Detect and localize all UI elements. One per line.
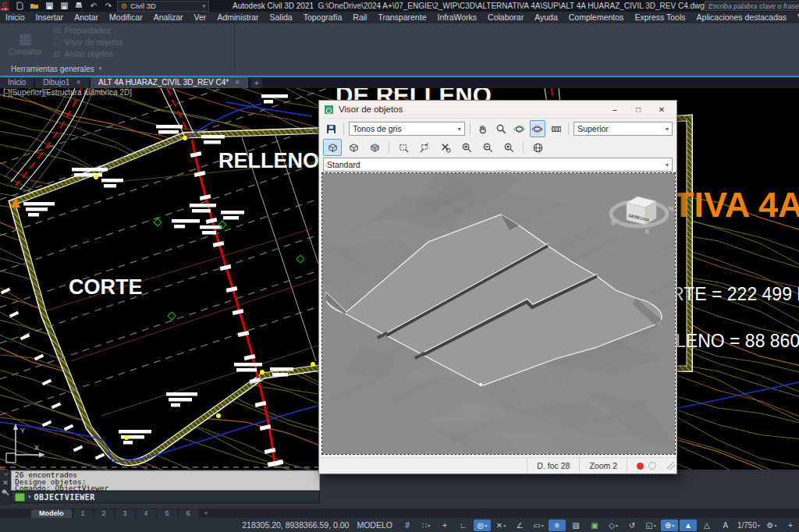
layout-tab-2[interactable]: 2: [94, 509, 114, 518]
isodraft-icon[interactable]: ✕▾: [492, 520, 510, 531]
zoom-extents-button[interactable]: [499, 139, 518, 156]
gizmo-icon[interactable]: ⊕▾: [661, 520, 678, 531]
wireframe-style-button[interactable]: [323, 139, 342, 156]
new-tab-button[interactable]: +: [251, 78, 262, 88]
polar-tracking-icon[interactable]: ◎▾: [474, 520, 491, 531]
chevron-down-icon[interactable]: ▾: [28, 494, 31, 500]
isolate-objects-button[interactable]: ▧ Aislar objetos: [53, 49, 123, 59]
dialog-title-bar[interactable]: Visor de objetos – □ ✕: [319, 101, 676, 119]
undo-icon[interactable]: ↶: [88, 2, 99, 11]
autoscale-icon[interactable]: △: [698, 520, 716, 531]
menu-tab-complementos[interactable]: Complementos: [563, 12, 630, 23]
set-view-button[interactable]: [528, 139, 547, 156]
layout-tab-4[interactable]: 4: [137, 509, 156, 518]
continuous-orbit-button[interactable]: [548, 120, 563, 137]
ortho-icon[interactable]: ∟: [455, 520, 472, 531]
file-tab[interactable]: ALT 4A HUARAZ_CIVIL 3D_REV C4*✕: [91, 76, 248, 88]
panel-footer[interactable]: Herramientas generales ▾: [0, 63, 245, 74]
command-input-row[interactable]: ▾ OBJECTVIEWER: [11, 491, 320, 503]
visual-style-select[interactable]: Tonos de gris▾: [349, 122, 465, 136]
layout-tab-5[interactable]: 5: [158, 509, 177, 518]
view-direction-select[interactable]: Superior▾: [574, 122, 673, 136]
layout-tab-3[interactable]: 3: [115, 509, 135, 518]
3d-osnap-icon[interactable]: ◇▾: [605, 520, 622, 531]
shaded-style-button[interactable]: [365, 139, 384, 156]
close-tab-icon[interactable]: ✕: [76, 79, 81, 86]
pan-button[interactable]: [475, 120, 491, 137]
new-layout-button[interactable]: +: [200, 509, 213, 517]
close-tab-icon[interactable]: ✕: [235, 79, 240, 86]
annotation-icon[interactable]: A: [717, 520, 734, 531]
close-button[interactable]: ✕: [652, 102, 672, 116]
zoom-button[interactable]: [493, 120, 509, 137]
wrench-icon[interactable]: [2, 489, 9, 497]
menu-tab-rail[interactable]: Rail: [347, 12, 372, 23]
file-tab[interactable]: Dibujo1✕: [35, 76, 89, 88]
dynamic-ucs-icon[interactable]: ↺: [623, 520, 641, 531]
close-command-icon[interactable]: ✕: [2, 479, 9, 487]
menu-tab-administrar[interactable]: Administrar: [211, 12, 264, 23]
menu-tab-infraworks[interactable]: InfraWorks: [431, 12, 482, 23]
selection-cycling-icon[interactable]: ▣: [586, 520, 603, 531]
layout-tab-6[interactable]: 6: [179, 509, 198, 518]
properties-button[interactable]: ▤ Propiedades: [53, 26, 123, 35]
menu-tab-vehicle-tracking[interactable]: Vehicle Tracking: [792, 12, 799, 23]
selection-filter-icon[interactable]: ◱▾: [642, 520, 659, 531]
named-style-select[interactable]: Standard▾: [323, 158, 673, 172]
menu-tab-ver[interactable]: Ver: [189, 12, 212, 23]
menu-tab-modificar[interactable]: Modificar: [104, 12, 148, 23]
zoom-dynamic-button[interactable]: [415, 139, 434, 156]
save-icon[interactable]: [44, 2, 55, 11]
record-indicators[interactable]: [627, 458, 666, 473]
menu-tab-insertar[interactable]: Insertar: [30, 12, 69, 23]
hidden-style-button[interactable]: [344, 139, 363, 156]
drag-grip-icon[interactable]: ≣: [4, 471, 7, 477]
search-input[interactable]: [705, 1, 799, 11]
menu-tab-topografía[interactable]: Topografía: [298, 12, 348, 23]
menu-tab-analizar[interactable]: Analizar: [148, 12, 189, 23]
zoom-scale-button[interactable]: [436, 139, 455, 156]
save-as-icon[interactable]: [59, 2, 69, 11]
zoom-in-button[interactable]: [457, 139, 476, 156]
object-snap-icon[interactable]: ▭▾: [530, 520, 547, 531]
object-viewer-button[interactable]: ▢ Visor de objetos: [53, 37, 123, 47]
osnap-tracking-icon[interactable]: ∠: [511, 520, 528, 531]
menu-tab-colaborar[interactable]: Colaborar: [482, 12, 529, 23]
zoom-window-button[interactable]: [394, 139, 413, 156]
dynamic-input-icon[interactable]: +: [436, 520, 453, 531]
file-tab[interactable]: Inicio: [0, 76, 34, 88]
menu-tab-inicio[interactable]: Inicio: [0, 12, 30, 23]
constrained-orbit-button[interactable]: [530, 120, 545, 137]
workspace-switcher[interactable]: ⚙ Civil 3D ▾: [117, 1, 209, 12]
minimize-button[interactable]: –: [605, 102, 625, 116]
settings-gear-icon[interactable]: ⚙▾: [763, 520, 780, 531]
menu-tab-ayuda[interactable]: Ayuda: [529, 12, 563, 23]
lineweight-icon[interactable]: ≡: [549, 520, 566, 531]
annotation-visibility-icon[interactable]: ▲: [680, 520, 697, 531]
new-file-icon[interactable]: [14, 2, 25, 11]
layout-tab-1[interactable]: 1: [73, 509, 93, 518]
grid-icon[interactable]: #: [399, 520, 416, 531]
snap-icon[interactable]: ∷▾: [417, 520, 435, 531]
save-view-button[interactable]: [323, 120, 339, 137]
customize-button[interactable]: +: [782, 520, 799, 531]
plot-icon[interactable]: [73, 2, 84, 11]
maximize-button[interactable]: □: [628, 102, 648, 116]
annotation-scale-button[interactable]: 1/750▾: [736, 520, 762, 531]
menu-tab-aplicaciones-destacadas[interactable]: Aplicaciones destacadas: [691, 12, 793, 23]
command-history[interactable]: 26 encontrados Designe objetos: Comando:…: [11, 470, 320, 491]
menu-tab-express-tools[interactable]: Express Tools: [629, 12, 691, 23]
menu-tab-transparente[interactable]: Transparente: [372, 12, 431, 23]
menu-tab-anotar[interactable]: Anotar: [69, 12, 104, 23]
app-logo[interactable]: C C3D: [0, 0, 9, 12]
free-orbit-button[interactable]: [511, 120, 527, 137]
open-folder-icon[interactable]: [29, 2, 40, 11]
transparency-icon[interactable]: ▨: [567, 520, 584, 531]
space-indicator[interactable]: MODELO: [357, 520, 392, 530]
consultar-button[interactable]: ▦ Consultar: [3, 25, 47, 62]
model-tab[interactable]: Modelo: [31, 509, 72, 518]
menu-tab-salida[interactable]: Salida: [264, 12, 297, 23]
redo-icon[interactable]: ↷: [103, 2, 114, 11]
zoom-out-button[interactable]: [478, 139, 497, 156]
viewer-3d-viewport[interactable]: NESDERECHA: [322, 173, 675, 454]
